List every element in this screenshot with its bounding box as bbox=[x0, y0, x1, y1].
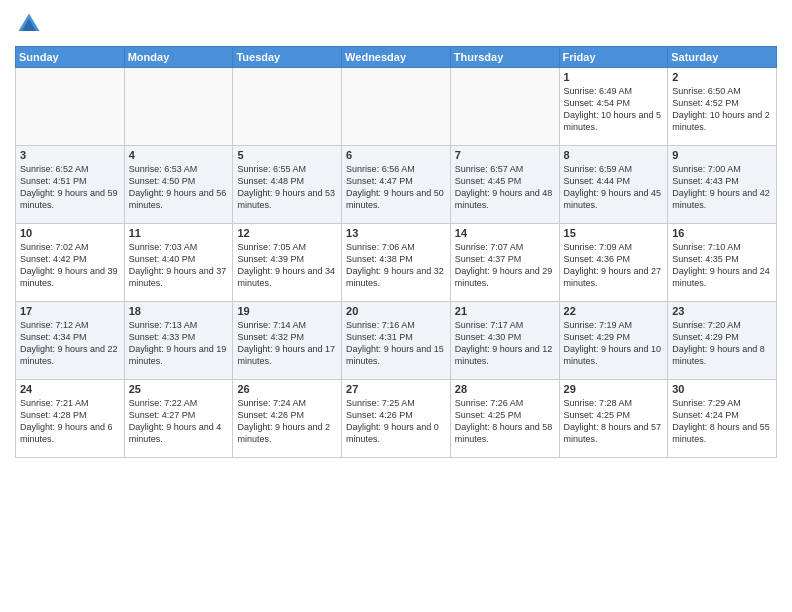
calendar-cell: 19Sunrise: 7:14 AM Sunset: 4:32 PM Dayli… bbox=[233, 302, 342, 380]
weekday-header: Sunday bbox=[16, 47, 125, 68]
calendar-cell: 14Sunrise: 7:07 AM Sunset: 4:37 PM Dayli… bbox=[450, 224, 559, 302]
day-number: 8 bbox=[564, 149, 664, 161]
day-number: 29 bbox=[564, 383, 664, 395]
calendar-cell: 15Sunrise: 7:09 AM Sunset: 4:36 PM Dayli… bbox=[559, 224, 668, 302]
day-info: Sunrise: 6:56 AM Sunset: 4:47 PM Dayligh… bbox=[346, 163, 446, 212]
day-info: Sunrise: 7:20 AM Sunset: 4:29 PM Dayligh… bbox=[672, 319, 772, 368]
day-info: Sunrise: 7:03 AM Sunset: 4:40 PM Dayligh… bbox=[129, 241, 229, 290]
day-number: 5 bbox=[237, 149, 337, 161]
day-number: 22 bbox=[564, 305, 664, 317]
calendar-cell bbox=[124, 68, 233, 146]
day-info: Sunrise: 7:09 AM Sunset: 4:36 PM Dayligh… bbox=[564, 241, 664, 290]
day-number: 16 bbox=[672, 227, 772, 239]
day-info: Sunrise: 7:13 AM Sunset: 4:33 PM Dayligh… bbox=[129, 319, 229, 368]
calendar-cell: 30Sunrise: 7:29 AM Sunset: 4:24 PM Dayli… bbox=[668, 380, 777, 458]
calendar-cell: 22Sunrise: 7:19 AM Sunset: 4:29 PM Dayli… bbox=[559, 302, 668, 380]
day-number: 27 bbox=[346, 383, 446, 395]
day-number: 26 bbox=[237, 383, 337, 395]
day-info: Sunrise: 6:55 AM Sunset: 4:48 PM Dayligh… bbox=[237, 163, 337, 212]
day-info: Sunrise: 7:02 AM Sunset: 4:42 PM Dayligh… bbox=[20, 241, 120, 290]
day-number: 23 bbox=[672, 305, 772, 317]
day-number: 10 bbox=[20, 227, 120, 239]
day-info: Sunrise: 7:00 AM Sunset: 4:43 PM Dayligh… bbox=[672, 163, 772, 212]
day-info: Sunrise: 7:22 AM Sunset: 4:27 PM Dayligh… bbox=[129, 397, 229, 446]
day-number: 1 bbox=[564, 71, 664, 83]
calendar-cell: 2Sunrise: 6:50 AM Sunset: 4:52 PM Daylig… bbox=[668, 68, 777, 146]
calendar-cell: 18Sunrise: 7:13 AM Sunset: 4:33 PM Dayli… bbox=[124, 302, 233, 380]
calendar-cell: 25Sunrise: 7:22 AM Sunset: 4:27 PM Dayli… bbox=[124, 380, 233, 458]
day-number: 14 bbox=[455, 227, 555, 239]
day-number: 20 bbox=[346, 305, 446, 317]
day-number: 6 bbox=[346, 149, 446, 161]
calendar-cell: 20Sunrise: 7:16 AM Sunset: 4:31 PM Dayli… bbox=[342, 302, 451, 380]
day-info: Sunrise: 7:10 AM Sunset: 4:35 PM Dayligh… bbox=[672, 241, 772, 290]
calendar-cell: 21Sunrise: 7:17 AM Sunset: 4:30 PM Dayli… bbox=[450, 302, 559, 380]
calendar-cell bbox=[450, 68, 559, 146]
day-number: 24 bbox=[20, 383, 120, 395]
weekday-header: Tuesday bbox=[233, 47, 342, 68]
day-info: Sunrise: 7:05 AM Sunset: 4:39 PM Dayligh… bbox=[237, 241, 337, 290]
calendar-cell: 27Sunrise: 7:25 AM Sunset: 4:26 PM Dayli… bbox=[342, 380, 451, 458]
day-info: Sunrise: 7:16 AM Sunset: 4:31 PM Dayligh… bbox=[346, 319, 446, 368]
calendar-cell bbox=[233, 68, 342, 146]
day-info: Sunrise: 7:06 AM Sunset: 4:38 PM Dayligh… bbox=[346, 241, 446, 290]
calendar-cell: 7Sunrise: 6:57 AM Sunset: 4:45 PM Daylig… bbox=[450, 146, 559, 224]
day-number: 9 bbox=[672, 149, 772, 161]
calendar-cell: 17Sunrise: 7:12 AM Sunset: 4:34 PM Dayli… bbox=[16, 302, 125, 380]
page: SundayMondayTuesdayWednesdayThursdayFrid… bbox=[0, 0, 792, 612]
day-info: Sunrise: 6:49 AM Sunset: 4:54 PM Dayligh… bbox=[564, 85, 664, 134]
day-number: 12 bbox=[237, 227, 337, 239]
calendar: SundayMondayTuesdayWednesdayThursdayFrid… bbox=[15, 46, 777, 458]
weekday-header: Monday bbox=[124, 47, 233, 68]
day-number: 28 bbox=[455, 383, 555, 395]
day-info: Sunrise: 7:17 AM Sunset: 4:30 PM Dayligh… bbox=[455, 319, 555, 368]
calendar-cell: 5Sunrise: 6:55 AM Sunset: 4:48 PM Daylig… bbox=[233, 146, 342, 224]
calendar-cell: 26Sunrise: 7:24 AM Sunset: 4:26 PM Dayli… bbox=[233, 380, 342, 458]
day-number: 3 bbox=[20, 149, 120, 161]
day-info: Sunrise: 7:14 AM Sunset: 4:32 PM Dayligh… bbox=[237, 319, 337, 368]
day-number: 19 bbox=[237, 305, 337, 317]
day-number: 15 bbox=[564, 227, 664, 239]
logo-icon bbox=[15, 10, 43, 38]
day-info: Sunrise: 6:59 AM Sunset: 4:44 PM Dayligh… bbox=[564, 163, 664, 212]
day-info: Sunrise: 6:57 AM Sunset: 4:45 PM Dayligh… bbox=[455, 163, 555, 212]
day-number: 21 bbox=[455, 305, 555, 317]
calendar-cell: 8Sunrise: 6:59 AM Sunset: 4:44 PM Daylig… bbox=[559, 146, 668, 224]
calendar-cell: 9Sunrise: 7:00 AM Sunset: 4:43 PM Daylig… bbox=[668, 146, 777, 224]
day-info: Sunrise: 6:50 AM Sunset: 4:52 PM Dayligh… bbox=[672, 85, 772, 134]
day-number: 17 bbox=[20, 305, 120, 317]
day-info: Sunrise: 7:28 AM Sunset: 4:25 PM Dayligh… bbox=[564, 397, 664, 446]
calendar-cell: 12Sunrise: 7:05 AM Sunset: 4:39 PM Dayli… bbox=[233, 224, 342, 302]
weekday-header: Wednesday bbox=[342, 47, 451, 68]
calendar-cell: 6Sunrise: 6:56 AM Sunset: 4:47 PM Daylig… bbox=[342, 146, 451, 224]
calendar-cell: 10Sunrise: 7:02 AM Sunset: 4:42 PM Dayli… bbox=[16, 224, 125, 302]
weekday-header: Saturday bbox=[668, 47, 777, 68]
calendar-cell: 28Sunrise: 7:26 AM Sunset: 4:25 PM Dayli… bbox=[450, 380, 559, 458]
calendar-cell: 4Sunrise: 6:53 AM Sunset: 4:50 PM Daylig… bbox=[124, 146, 233, 224]
day-info: Sunrise: 7:12 AM Sunset: 4:34 PM Dayligh… bbox=[20, 319, 120, 368]
day-info: Sunrise: 7:25 AM Sunset: 4:26 PM Dayligh… bbox=[346, 397, 446, 446]
calendar-cell bbox=[16, 68, 125, 146]
calendar-cell: 16Sunrise: 7:10 AM Sunset: 4:35 PM Dayli… bbox=[668, 224, 777, 302]
calendar-cell: 24Sunrise: 7:21 AM Sunset: 4:28 PM Dayli… bbox=[16, 380, 125, 458]
calendar-cell: 23Sunrise: 7:20 AM Sunset: 4:29 PM Dayli… bbox=[668, 302, 777, 380]
calendar-cell: 3Sunrise: 6:52 AM Sunset: 4:51 PM Daylig… bbox=[16, 146, 125, 224]
day-info: Sunrise: 7:07 AM Sunset: 4:37 PM Dayligh… bbox=[455, 241, 555, 290]
day-number: 7 bbox=[455, 149, 555, 161]
calendar-cell: 1Sunrise: 6:49 AM Sunset: 4:54 PM Daylig… bbox=[559, 68, 668, 146]
logo bbox=[15, 10, 47, 38]
calendar-cell bbox=[342, 68, 451, 146]
day-number: 4 bbox=[129, 149, 229, 161]
day-number: 18 bbox=[129, 305, 229, 317]
day-number: 11 bbox=[129, 227, 229, 239]
day-info: Sunrise: 7:26 AM Sunset: 4:25 PM Dayligh… bbox=[455, 397, 555, 446]
calendar-cell: 29Sunrise: 7:28 AM Sunset: 4:25 PM Dayli… bbox=[559, 380, 668, 458]
day-info: Sunrise: 7:24 AM Sunset: 4:26 PM Dayligh… bbox=[237, 397, 337, 446]
weekday-header: Thursday bbox=[450, 47, 559, 68]
day-info: Sunrise: 6:52 AM Sunset: 4:51 PM Dayligh… bbox=[20, 163, 120, 212]
day-number: 25 bbox=[129, 383, 229, 395]
day-number: 30 bbox=[672, 383, 772, 395]
day-info: Sunrise: 7:19 AM Sunset: 4:29 PM Dayligh… bbox=[564, 319, 664, 368]
calendar-cell: 13Sunrise: 7:06 AM Sunset: 4:38 PM Dayli… bbox=[342, 224, 451, 302]
calendar-cell: 11Sunrise: 7:03 AM Sunset: 4:40 PM Dayli… bbox=[124, 224, 233, 302]
